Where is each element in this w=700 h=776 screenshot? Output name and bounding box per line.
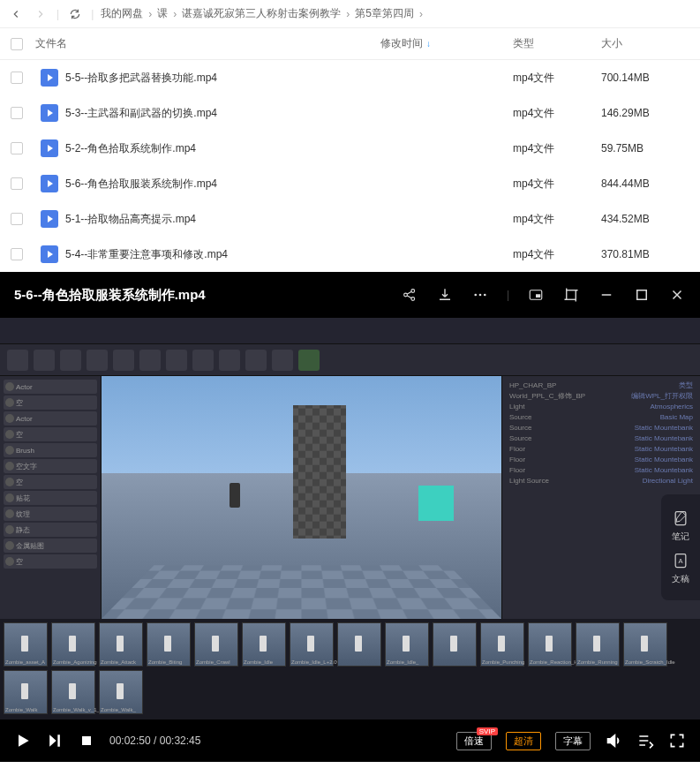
nav-separator: | [91,8,94,20]
file-checkbox[interactable] [11,72,23,84]
column-header-name[interactable]: 文件名 [32,36,380,51]
breadcrumb-item[interactable]: 课 [157,6,168,21]
sort-descending-icon: ↓ [426,39,431,49]
nav-forward-button[interactable] [32,5,49,23]
file-checkbox[interactable] [11,107,23,119]
stop-button[interactable] [78,732,95,750]
file-size: 434.52MB [601,213,689,225]
quality-button[interactable]: 超清 [506,732,541,750]
share-button[interactable] [401,286,418,304]
video-area[interactable]: Actor空Actor空Brush空文字空贴花纹理静态金属贴图空 HP_CHAR… [0,318,700,719]
chevron-right-icon: › [346,8,350,20]
speed-label: 倍速 [464,735,484,746]
file-checkbox[interactable] [11,142,23,154]
file-row[interactable]: 5-3--主武器和副武器的切换.mp4 mp4文件 146.29MB [0,95,700,131]
preview-actions: | [401,286,686,304]
column-header-size[interactable]: 大小 [601,36,689,51]
file-list: 5-5--拾取多把武器替换功能.mp4 mp4文件 700.14MB 5-3--… [0,60,700,272]
file-type: mp4文件 [513,177,601,192]
transcript-button[interactable]: A 文稿 [661,547,700,590]
preview-title: 5-6--角色拾取服装系统制作.mp4 [14,287,401,304]
file-name[interactable]: 5-5--拾取多把武器替换功能.mp4 [65,71,380,86]
file-type: mp4文件 [513,71,601,86]
file-checkbox[interactable] [11,248,23,260]
file-name[interactable]: 5-6--角色拾取服装系统制作.mp4 [65,177,380,192]
notes-label: 笔记 [672,531,689,543]
more-button[interactable] [471,286,489,304]
file-row[interactable]: 5-5--拾取多把武器替换功能.mp4 mp4文件 700.14MB [0,60,700,95]
file-row[interactable]: 5-2--角色拾取系统制作.mp4 mp4文件 59.75MB [0,131,700,166]
next-button[interactable] [46,732,64,750]
preview-header: 5-6--角色拾取服装系统制作.mp4 | [0,272,700,318]
file-type: mp4文件 [513,247,601,262]
current-time: 00:02:50 [109,735,151,747]
svg-rect-8 [567,290,576,300]
file-list-header: 文件名 修改时间 ↓ 类型 大小 [0,28,700,60]
download-button[interactable] [436,286,454,304]
video-file-icon [41,69,58,87]
file-name[interactable]: 5-3--主武器和副武器的切换.mp4 [65,106,380,121]
divider: | [507,289,509,301]
svip-badge: SVIP [477,727,498,735]
file-type: mp4文件 [513,212,601,227]
transcript-label: 文稿 [672,573,689,585]
editor-content-browser: Zombie_asset_AZombie_AgonizingZombie_Att… [0,619,700,719]
notes-button[interactable]: 笔记 [661,505,700,547]
file-name[interactable]: 5-4--非常重要注意事项和修改.mp4 [65,247,380,262]
column-header-time[interactable]: 修改时间 ↓ [380,36,513,51]
breadcrumb: 我的网盘 › 课 › 谌嘉诚死寂第三人称射击案例教学 › 第5章第四周 › [101,6,423,21]
file-row[interactable]: 5-4--非常重要注意事项和修改.mp4 mp4文件 370.81MB [0,237,700,272]
file-checkbox[interactable] [11,177,23,190]
file-checkbox[interactable] [11,213,23,225]
svg-point-0 [404,293,408,297]
chevron-right-icon: › [148,8,152,20]
pip-button[interactable] [527,286,545,304]
video-file-icon [41,104,58,122]
breadcrumb-item[interactable]: 谌嘉诚死寂第三人称射击案例教学 [182,6,341,21]
nav-back-button[interactable] [7,5,25,23]
file-size: 59.75MB [601,142,689,154]
editor-toolbar [0,344,700,376]
crop-button[interactable] [562,286,580,304]
svg-point-3 [474,294,477,297]
playlist-button[interactable] [636,732,654,750]
svg-rect-13 [82,736,91,745]
svg-rect-7 [536,294,540,298]
fullscreen-button[interactable] [668,732,686,750]
svg-rect-9 [637,290,647,300]
chevron-right-icon: › [173,8,177,20]
video-file-icon [41,139,58,157]
breadcrumb-item[interactable]: 我的网盘 [101,6,143,21]
video-file-icon [41,175,58,192]
chevron-right-icon: › [419,8,423,20]
close-button[interactable] [668,286,686,304]
svg-text:A: A [678,557,682,565]
breadcrumb-item[interactable]: 第5章第四周 [355,6,414,21]
file-name[interactable]: 5-2--角色拾取系统制作.mp4 [65,141,380,156]
playback-time: 00:02:50 / 00:32:45 [109,735,200,747]
editor-titlebar [0,318,700,344]
player-controls: 00:02:50 / 00:32:45 倍速 SVIP 超清 字幕 [0,719,700,762]
maximize-button[interactable] [633,286,651,304]
minimize-button[interactable] [598,286,615,304]
total-time: 00:32:45 [160,735,201,747]
column-header-time-label: 修改时间 [380,36,423,51]
select-all-checkbox[interactable] [11,38,23,50]
speed-button[interactable]: 倍速 SVIP [456,732,492,750]
play-button[interactable] [14,732,32,750]
video-preview-panel: 5-6--角色拾取服装系统制作.mp4 | Actor空Actor空Brush空… [0,272,700,762]
volume-button[interactable] [605,732,622,750]
nav-bar: | | 我的网盘 › 课 › 谌嘉诚死寂第三人称射击案例教学 › 第5章第四周 … [0,0,700,28]
file-row[interactable]: 5-1--拾取物品高亮提示.mp4 mp4文件 434.52MB [0,201,700,237]
nav-separator: | [56,8,59,20]
svg-point-5 [484,294,486,297]
subtitle-button[interactable]: 字幕 [555,732,591,750]
file-type: mp4文件 [513,106,601,121]
nav-refresh-button[interactable] [66,5,84,23]
file-size: 700.14MB [601,72,689,84]
file-size: 370.81MB [601,248,689,260]
file-name[interactable]: 5-1--拾取物品高亮提示.mp4 [65,212,380,227]
editor-left-panel: Actor空Actor空Brush空文字空贴花纹理静态金属贴图空 [0,376,102,619]
file-row[interactable]: 5-6--角色拾取服装系统制作.mp4 mp4文件 844.44MB [0,166,700,201]
column-header-type[interactable]: 类型 [513,36,601,51]
